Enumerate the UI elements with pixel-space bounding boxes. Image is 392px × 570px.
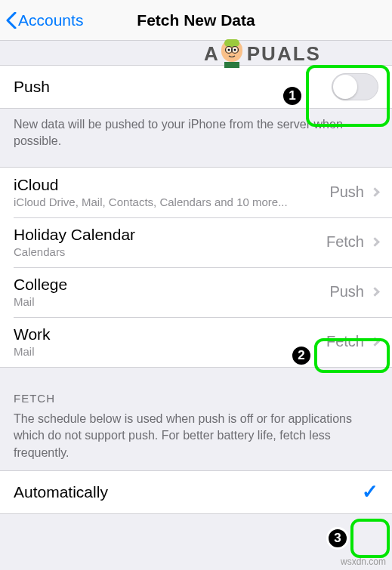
account-mode: Push (329, 283, 364, 300)
page-title: Fetch New Data (137, 11, 255, 29)
schedule-list: Automatically ✓ (0, 470, 392, 514)
push-group: Push (0, 65, 392, 109)
annotation-1: 1 (281, 85, 304, 107)
back-button[interactable]: Accounts (6, 11, 83, 29)
account-work[interactable]: Work Mail Fetch (0, 317, 392, 367)
account-holiday-calendar[interactable]: Holiday Calendar Calendars Fetch (0, 217, 392, 267)
account-college[interactable]: College Mail Push (0, 267, 392, 317)
fetch-header: FETCH (0, 368, 392, 411)
chevron-right-icon (370, 287, 380, 297)
account-mode: Push (329, 183, 364, 201)
highlight-box-3 (350, 519, 390, 558)
back-label: Accounts (18, 11, 83, 29)
annotation-3: 3 (326, 527, 349, 550)
fetch-desc: The schedule below is used when push is … (0, 411, 392, 470)
image-credit: wsxdn.com (341, 556, 386, 567)
chevron-right-icon (370, 187, 380, 197)
account-mode: Fetch (326, 233, 364, 251)
accounts-list: iCloud iCloud Drive, Mail, Contacts, Cal… (0, 167, 392, 368)
push-toggle[interactable] (332, 73, 378, 100)
push-desc: New data will be pushed to your iPhone f… (0, 109, 392, 159)
nav-bar: Accounts Fetch New Data (0, 0, 392, 41)
chevron-right-icon (370, 337, 380, 347)
account-mode: Fetch (326, 333, 364, 350)
account-icloud[interactable]: iCloud iCloud Drive, Mail, Contacts, Cal… (0, 168, 392, 217)
chevron-right-icon (370, 237, 380, 247)
toggle-knob (333, 75, 357, 99)
schedule-automatically[interactable]: Automatically ✓ (0, 471, 392, 513)
checkmark-icon: ✓ (362, 480, 378, 504)
annotation-2: 2 (290, 344, 313, 367)
chevron-left-icon (6, 12, 17, 29)
push-row[interactable]: Push (0, 66, 392, 108)
